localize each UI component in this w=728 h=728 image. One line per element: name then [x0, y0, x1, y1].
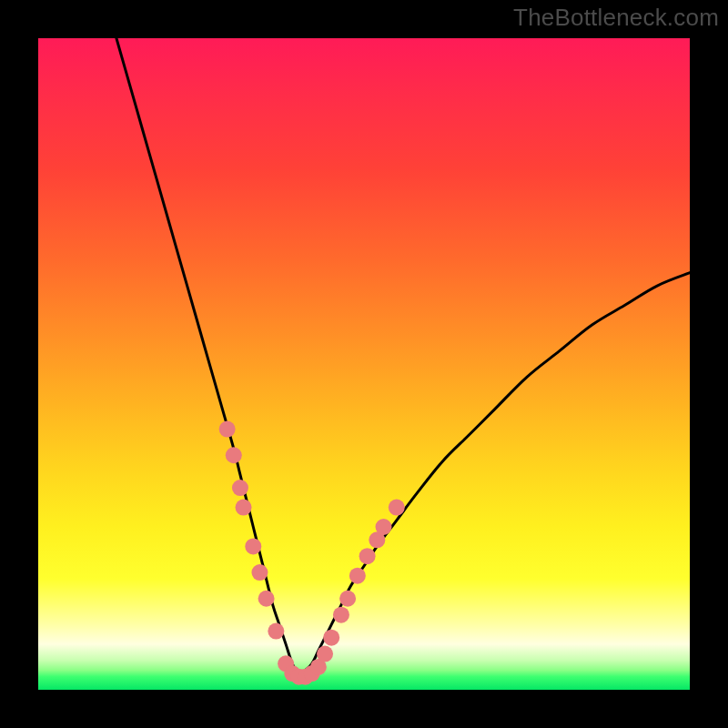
watermark-text: TheBottleneck.com — [513, 4, 719, 32]
marker-point — [349, 568, 366, 584]
marker-point — [339, 591, 356, 607]
chart-frame: TheBottleneck.com — [0, 0, 728, 728]
curve-left-branch — [116, 38, 298, 677]
plot-area — [38, 38, 690, 690]
data-markers — [219, 421, 405, 685]
marker-point — [333, 607, 349, 623]
curve-right-branch — [298, 273, 690, 677]
marker-point — [236, 500, 252, 516]
bottleneck-curve — [116, 38, 690, 677]
marker-point — [323, 630, 339, 646]
marker-point — [226, 447, 242, 463]
marker-point — [317, 646, 333, 662]
marker-point — [268, 623, 284, 640]
marker-point — [245, 538, 261, 554]
marker-point — [359, 548, 376, 564]
marker-point — [375, 519, 391, 535]
marker-point — [258, 591, 275, 607]
marker-point — [389, 500, 405, 516]
marker-point — [251, 564, 268, 581]
marker-point — [219, 421, 236, 438]
marker-point — [232, 480, 248, 496]
chart-svg — [38, 38, 690, 690]
